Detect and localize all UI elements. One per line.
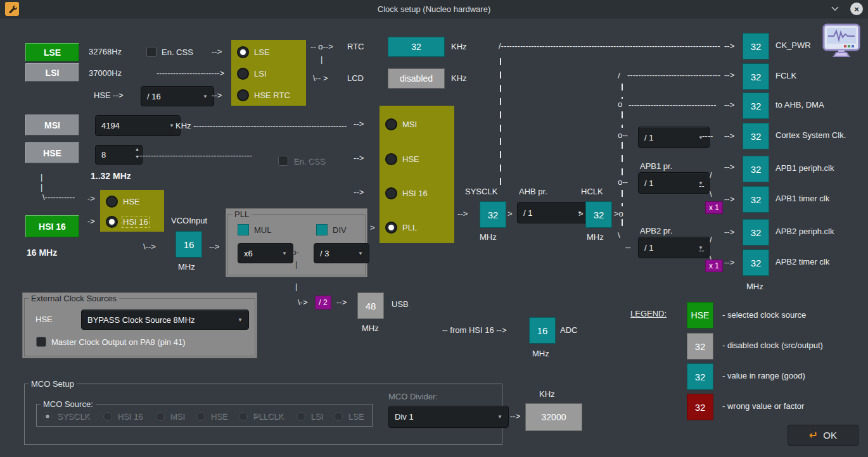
- radio-mco-lsi[interactable]: [297, 412, 305, 421]
- pll-div-row: DIV: [316, 224, 347, 235]
- wire-apb2-lead: --: [625, 242, 631, 252]
- ext-hse-label: HSE: [35, 315, 53, 324]
- hse-source-button[interactable]: HSE: [25, 142, 79, 163]
- lse-source-button[interactable]: LSE: [25, 43, 79, 61]
- rtc-mux-option-lsi[interactable]: LSI: [237, 68, 267, 80]
- wire-sys-arrow: -->: [457, 209, 468, 218]
- radio-pll-hse[interactable]: [106, 196, 118, 208]
- wire-lcd-tap: \-- >: [313, 73, 328, 83]
- pll-mux-option-hsi16[interactable]: HSI 16: [106, 216, 148, 228]
- legend-good-desc: - value in range (good): [722, 371, 805, 380]
- sysclk-value-box: 32: [480, 201, 506, 228]
- wire-usb-arrow: -->: [336, 297, 347, 307]
- wire-rtc-pipe: |: [321, 54, 322, 64]
- rtc-mux-option-hse-rtc[interactable]: HSE RTC: [237, 89, 290, 101]
- radio-sys-msi[interactable]: [385, 118, 397, 130]
- pll-mux-option-hse[interactable]: HSE: [106, 196, 140, 208]
- sys-mux-option-hsi16[interactable]: HSI 16: [385, 187, 428, 199]
- msi-frequency-dropdown[interactable]: 4194▼: [95, 115, 181, 136]
- wire-cortex-node: o--: [618, 130, 628, 140]
- sys-mux-option-msi[interactable]: MSI: [385, 118, 417, 130]
- window-title: Clock setup (Nucleo hardware): [378, 4, 490, 14]
- legend-wrong-desc: - wrong value or factor: [722, 401, 804, 411]
- lsi-source-button[interactable]: LSI: [25, 63, 79, 82]
- dropdown-arrow-icon: ▼: [203, 94, 208, 99]
- radio-mco-pllclk[interactable]: [239, 412, 248, 421]
- outputs-unit: MHz: [746, 282, 763, 291]
- mco-source-lse[interactable]: LSE: [334, 411, 364, 421]
- adc-value-box: 16: [529, 317, 556, 344]
- ok-button[interactable]: ↵ OK: [788, 425, 858, 446]
- dropdown-arrow-icon: ▼: [497, 414, 502, 420]
- en-css-hse-row: En. CSS: [278, 156, 325, 166]
- mco-source-pllclk[interactable]: PLLCLK: [239, 411, 283, 421]
- mco-source-sysclk[interactable]: SYSCLK: [43, 411, 89, 421]
- wire-hsi-arrow: -->: [354, 187, 364, 197]
- radio-mco-msi[interactable]: [156, 412, 165, 421]
- radio-lsi[interactable]: [237, 68, 249, 80]
- en-css-hse-checkbox[interactable]: [278, 156, 288, 166]
- sysclk-unit: MHz: [480, 232, 497, 242]
- chevron-down-icon[interactable]: [830, 4, 840, 13]
- sysclk-label: SYSCLK: [465, 187, 497, 196]
- wire-hse-rtc-arrow: -->: [212, 91, 222, 100]
- mco-source-groupbox: MCO Source: SYSCLK HSI 16 MSI HSE PLLCLK: [35, 399, 374, 428]
- rtc-mux-option-lse[interactable]: LSE: [237, 46, 270, 58]
- wire-pll-gt: >: [370, 223, 375, 232]
- radio-hse-rtc[interactable]: [237, 89, 249, 101]
- mco-source-msi[interactable]: MSI: [156, 411, 184, 421]
- usb-unit: MHz: [362, 323, 379, 333]
- radio-mco-lse[interactable]: [334, 412, 343, 421]
- mco-output-checkbox[interactable]: [36, 337, 46, 347]
- radio-mco-hsi16[interactable]: [103, 412, 112, 421]
- sys-mux-option-pll[interactable]: PLL: [385, 222, 417, 234]
- external-clock-sources-groupbox: External Clock Sources HSE BYPASS Clock …: [23, 293, 257, 358]
- apb1-timer-mult-box: x 1: [705, 201, 723, 214]
- titlebar: Clock setup (Nucleo hardware) ×: [0, 0, 868, 18]
- cortex-value-box: 32: [743, 123, 769, 149]
- pll-caption: PLL: [232, 210, 252, 219]
- sys-mux-option-hse[interactable]: HSE: [385, 153, 419, 165]
- wrench-icon[interactable]: [5, 2, 19, 16]
- adc-label: ADC: [560, 325, 577, 335]
- wire-hse-dashes: ----------------------------------------…: [137, 151, 252, 160]
- hsi16-source-button[interactable]: HSI 16: [25, 215, 79, 237]
- mco-source-lsi[interactable]: LSI: [297, 411, 323, 421]
- close-icon[interactable]: ×: [850, 3, 863, 15]
- radio-sys-hse[interactable]: [385, 153, 397, 165]
- wire-ahbdma-node: o: [618, 99, 622, 109]
- hse-frequency-spinner[interactable]: 8 ▲▼: [95, 145, 143, 165]
- radio-pll-hsi16[interactable]: [106, 216, 118, 228]
- pll-mul-dropdown[interactable]: x6▼: [238, 243, 293, 263]
- apb1-prescaler-label: APB1 pr.: [640, 161, 672, 171]
- ckpwr-value-box: 32: [743, 33, 769, 59]
- hclk-value-box: 32: [585, 201, 612, 228]
- wire-fclk-arrow: -->: [724, 70, 734, 80]
- radio-mco-hse[interactable]: [196, 412, 205, 421]
- mco-divider-dropdown[interactable]: Div 1▼: [388, 406, 509, 428]
- en-css-checkbox[interactable]: [146, 47, 156, 57]
- mco-source-hsi16[interactable]: HSI 16: [103, 411, 143, 421]
- cortex-prescaler-dropdown[interactable]: / 1▼: [638, 127, 710, 148]
- external-clock-sources-caption: External Clock Sources: [29, 294, 119, 303]
- legend-wrong-box: 32: [687, 394, 713, 420]
- pll-div-dropdown[interactable]: / 3▼: [314, 243, 369, 263]
- hse-rtc-prescaler-dropdown[interactable]: / 16▼: [141, 86, 214, 106]
- lcd-value-box: disabled: [388, 68, 445, 89]
- hse-bypass-dropdown[interactable]: BYPASS Clock Source 8MHz▼: [81, 310, 249, 330]
- radio-mco-sysclk[interactable]: [43, 412, 52, 421]
- vco-value-box: 16: [176, 231, 202, 258]
- pll-groupbox: PLL MUL DIV x6▼ -o- / 3▼ |: [226, 209, 367, 277]
- apb2-timer-value-box: 32: [743, 249, 769, 276]
- mco-source-hse[interactable]: HSE: [196, 411, 227, 421]
- radio-sys-pll[interactable]: [385, 222, 397, 234]
- radio-lse[interactable]: [237, 46, 249, 58]
- wire-hse-pipe: |: [41, 182, 42, 192]
- wire-apb1-node: o--: [618, 177, 628, 187]
- wire-apb1-timer-arrow: -->: [724, 194, 734, 204]
- legend-disabled-box: 32: [687, 333, 713, 360]
- radio-sys-hsi16[interactable]: [385, 187, 397, 199]
- wire-vertical-seg: [622, 84, 623, 99]
- hsi16-frequency: 16 MHz: [27, 247, 57, 258]
- msi-source-button[interactable]: MSI: [25, 115, 79, 135]
